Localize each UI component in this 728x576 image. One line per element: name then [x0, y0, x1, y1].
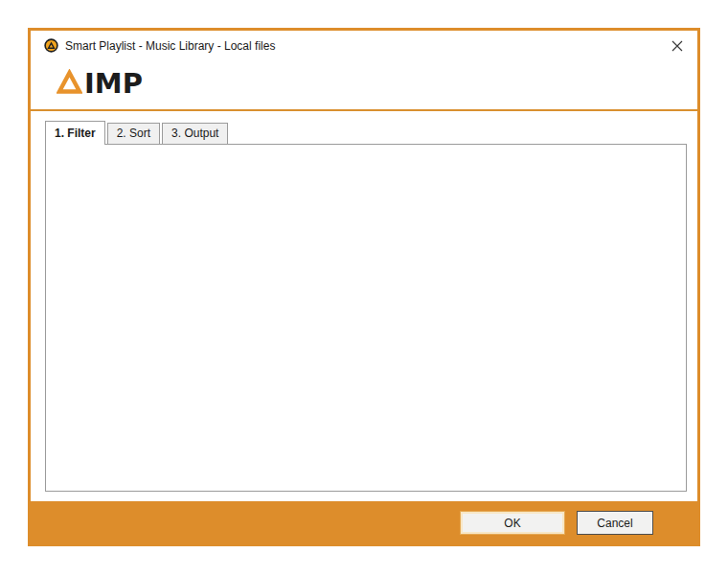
ok-button[interactable]: OK — [460, 511, 565, 535]
cancel-button[interactable]: Cancel — [577, 511, 653, 535]
close-icon[interactable] — [667, 35, 688, 57]
window-title: Smart Playlist - Music Library - Local f… — [65, 39, 275, 53]
tab-sort[interactable]: 2. Sort — [107, 123, 160, 145]
aimp-logo-triangle-icon — [57, 69, 82, 99]
aimp-logo: IMP — [57, 69, 143, 98]
orange-separator — [31, 109, 697, 111]
tab-output[interactable]: 3. Output — [162, 123, 228, 145]
bottom-action-bar: OK Cancel — [31, 501, 697, 543]
titlebar: Smart Playlist - Music Library - Local f… — [31, 31, 697, 61]
tab-bar: 1. Filter 2. Sort 3. Output — [45, 121, 230, 145]
aimp-app-icon — [44, 38, 58, 53]
tab-filter[interactable]: 1. Filter — [45, 121, 105, 145]
filter-panel — [45, 144, 687, 492]
smart-playlist-dialog: Smart Playlist - Music Library - Local f… — [28, 28, 700, 546]
aimp-logo-text: IMP — [84, 67, 143, 100]
